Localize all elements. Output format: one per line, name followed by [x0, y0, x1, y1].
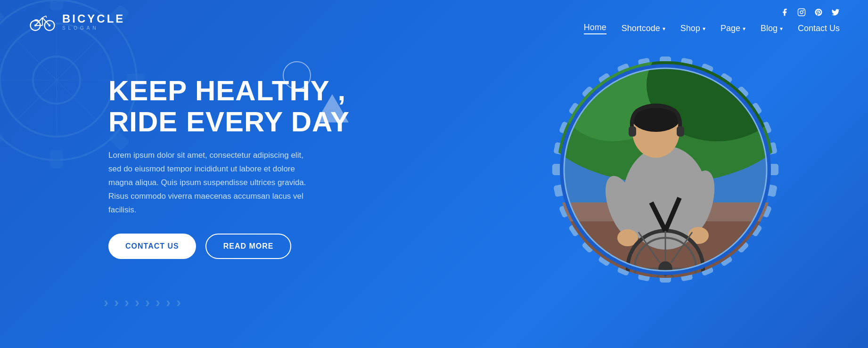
arrow-1: › — [104, 294, 108, 310]
chevron-down-icon: ▾ — [703, 25, 705, 32]
logo-text: BICYCLE SLOGAN — [62, 12, 125, 31]
hero-image-area — [519, 24, 811, 325]
svg-rect-4 — [51, 151, 62, 167]
logo-name: BICYCLE — [62, 12, 125, 25]
contact-us-button[interactable]: CONTACT US — [108, 234, 196, 259]
svg-line-20 — [42, 18, 49, 26]
svg-line-19 — [35, 18, 42, 26]
nav-blog[interactable]: Blog ▾ — [761, 24, 783, 33]
main-nav: Home Shortcode ▾ Shop ▾ Page ▾ Blog ▾ — [584, 23, 840, 34]
svg-rect-27 — [798, 9, 805, 16]
svg-line-23 — [42, 16, 46, 18]
hero-content: KEEP HEALTHY , RIDE EVERY DAY Lorem ipsu… — [108, 75, 350, 259]
facebook-icon[interactable] — [780, 8, 789, 19]
chevron-down-icon: ▾ — [780, 25, 783, 32]
hero-buttons: CONTACT US READ MORE — [108, 234, 350, 259]
logo-slogan: SLOGAN — [62, 25, 125, 31]
nav-shop[interactable]: Shop ▾ — [680, 24, 705, 33]
arrow-3: › — [124, 294, 129, 310]
hero-gear — [519, 24, 811, 316]
read-more-button[interactable]: READ MORE — [205, 234, 292, 259]
nav-home[interactable]: Home — [584, 23, 606, 34]
header-right: Home Shortcode ▾ Shop ▾ Page ▾ Blog ▾ — [584, 8, 840, 34]
arrows-decoration: › › › › › › › › — [104, 294, 181, 310]
arrow-2: › — [114, 294, 119, 310]
arrow-4: › — [135, 294, 139, 310]
arrow-8: › — [176, 294, 181, 310]
pinterest-icon[interactable] — [814, 8, 823, 19]
arrow-5: › — [145, 294, 150, 310]
logo[interactable]: BICYCLE SLOGAN — [28, 9, 125, 33]
svg-line-24 — [46, 16, 47, 18]
social-icons — [780, 8, 840, 19]
hero-section: BICYCLE SLOGAN — [0, 0, 868, 348]
arrow-6: › — [156, 294, 160, 310]
svg-point-28 — [800, 11, 803, 14]
instagram-icon[interactable] — [797, 8, 806, 19]
decorative-triangle — [316, 94, 349, 122]
bicycle-logo-icon — [28, 9, 57, 33]
chevron-down-icon: ▾ — [663, 25, 665, 32]
svg-rect-74 — [629, 126, 636, 137]
nav-page[interactable]: Page ▾ — [721, 24, 745, 33]
header: BICYCLE SLOGAN — [0, 0, 868, 42]
nav-shortcode[interactable]: Shortcode ▾ — [622, 24, 665, 33]
chevron-down-icon: ▾ — [743, 25, 745, 32]
arrow-7: › — [166, 294, 171, 310]
svg-rect-75 — [677, 126, 684, 137]
hero-title: KEEP HEALTHY , RIDE EVERY DAY — [108, 75, 350, 138]
nav-contact[interactable]: Contact Us — [798, 24, 840, 33]
twitter-icon[interactable] — [831, 8, 840, 19]
svg-point-29 — [803, 10, 804, 11]
hero-description: Lorem ipsum dolor sit amet, consectetur … — [108, 149, 306, 217]
decorative-circle — [283, 61, 311, 89]
